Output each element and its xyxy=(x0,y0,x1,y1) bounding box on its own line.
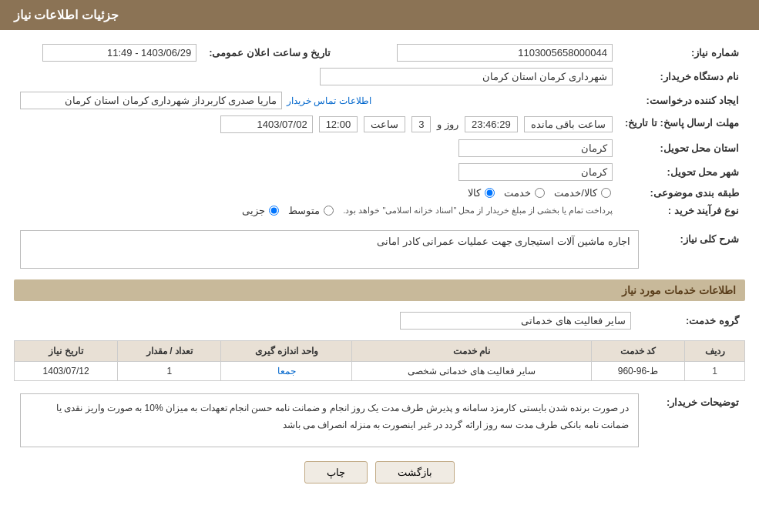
col-header-code: کد خدمت xyxy=(591,341,685,362)
page-header: جزئیات اطلاعات نیاز xyxy=(0,0,759,30)
announce-datetime-value: 1403/06/29 - 11:49 xyxy=(42,44,196,62)
description-label: شرح کلی نیاز: xyxy=(645,227,745,272)
province-value: کرمان xyxy=(458,139,613,157)
buyer-org-label: نام دستگاه خریدار: xyxy=(619,65,745,89)
notes-table: توضیحات خریدار: در صورت برنده شدن بایستی… xyxy=(14,390,745,450)
service-code: ط-96-960 xyxy=(591,362,685,381)
button-row: بازگشت چاپ xyxy=(14,461,745,483)
province-label: استان محل تحویل: xyxy=(619,136,745,160)
back-button[interactable]: بازگشت xyxy=(375,461,455,483)
print-button[interactable]: چاپ xyxy=(304,461,368,483)
col-header-row: ردیف xyxy=(685,341,745,362)
process-option-jozi[interactable]: جزیی xyxy=(242,205,280,216)
notes-label: توضیحات خریدار: xyxy=(645,390,745,450)
city-value: کرمان xyxy=(458,163,613,181)
page-title: جزئیات اطلاعات نیاز xyxy=(14,8,119,22)
remaining-days-value: 3 xyxy=(411,116,431,132)
service-group-value: سایر فعالیت های خدماتی xyxy=(400,312,631,330)
city-label: شهر محل تحویل: xyxy=(619,160,745,184)
description-table: شرح کلی نیاز: اجاره ماشین آلات استیجاری … xyxy=(14,227,745,272)
remaining-days-label: روز و xyxy=(437,119,458,130)
category-option-kala-khedmat[interactable]: کالا/خدمت xyxy=(554,187,613,199)
process-note: پرداخت تمام یا بخشی از مبلغ خریدار از مح… xyxy=(343,206,613,216)
service-group-table: گروه خدمت: سایر فعالیت های خدماتی xyxy=(14,309,745,333)
contact-link[interactable]: اطلاعات تماس خریدار xyxy=(287,95,371,106)
process-label: نوع فرآیند خرید : xyxy=(619,202,745,219)
need-number-value: 1103005658000044 xyxy=(397,44,613,62)
response-time-label: ساعت xyxy=(364,116,405,132)
category-option-khedmat[interactable]: خدمت xyxy=(504,187,546,199)
response-deadline-label: مهلت ارسال پاسخ: تا تاریخ: xyxy=(619,112,745,136)
category-radio-group: کالا/خدمت خدمت کالا xyxy=(20,187,613,199)
description-value: اجاره ماشین آلات استیجاری جهت عملیات عمر… xyxy=(20,230,639,269)
requester-value: ماریا صدری کاربرداز شهرداری کرمان استان … xyxy=(20,92,282,109)
need-number-label: شماره نیاز: xyxy=(619,41,745,65)
services-section-title: اطلاعات خدمات مورد نیاز xyxy=(14,279,745,301)
page-wrapper: جزئیات اطلاعات نیاز شماره نیاز: 11030056… xyxy=(0,0,759,532)
requester-label: ایجاد کننده درخواست: xyxy=(619,89,745,112)
remaining-label: ساعت باقی مانده xyxy=(524,116,613,132)
process-option-motavaset[interactable]: متوسط xyxy=(288,205,335,216)
unit: جمعا xyxy=(221,362,352,381)
quantity: 1 xyxy=(118,362,221,381)
category-option-kala[interactable]: کالا xyxy=(468,187,496,199)
col-header-date: تاریخ نیاز xyxy=(15,341,118,362)
buyer-org-value: شهرداری کرمان استان کرمان xyxy=(320,68,613,85)
row-num: 1 xyxy=(685,362,745,381)
response-date-value: 1403/07/02 xyxy=(220,115,313,133)
col-header-name: نام خدمت xyxy=(352,341,591,362)
notes-value: در صورت برنده شدن بایستی کارمزد سامانه و… xyxy=(20,393,639,447)
need-date: 1403/07/12 xyxy=(15,362,118,381)
remaining-time-value: 23:46:29 xyxy=(465,116,518,132)
deadline-row: ساعت باقی مانده 23:46:29 روز و 3 ساعت 12… xyxy=(20,115,613,133)
main-content: شماره نیاز: 1103005658000044 تاریخ و ساع… xyxy=(0,30,759,494)
basic-info-table: شماره نیاز: 1103005658000044 تاریخ و ساع… xyxy=(14,41,745,219)
services-table: ردیف کد خدمت نام خدمت واحد اندازه گیری ت… xyxy=(14,340,745,381)
service-group-label: گروه خدمت: xyxy=(637,309,745,333)
category-label: طبقه بندی موضوعی: xyxy=(619,184,745,202)
response-time-value: 12:00 xyxy=(319,116,358,132)
col-header-unit: واحد اندازه گیری xyxy=(221,341,352,362)
announce-datetime-label: تاریخ و ساعت اعلان عمومی: xyxy=(203,41,337,65)
col-header-qty: تعداد / مقدار xyxy=(118,341,221,362)
service-name: سایر فعالیت های خدماتی شخصی xyxy=(352,362,591,381)
table-row: 1 ط-96-960 سایر فعالیت های خدماتی شخصی ج… xyxy=(15,362,745,381)
